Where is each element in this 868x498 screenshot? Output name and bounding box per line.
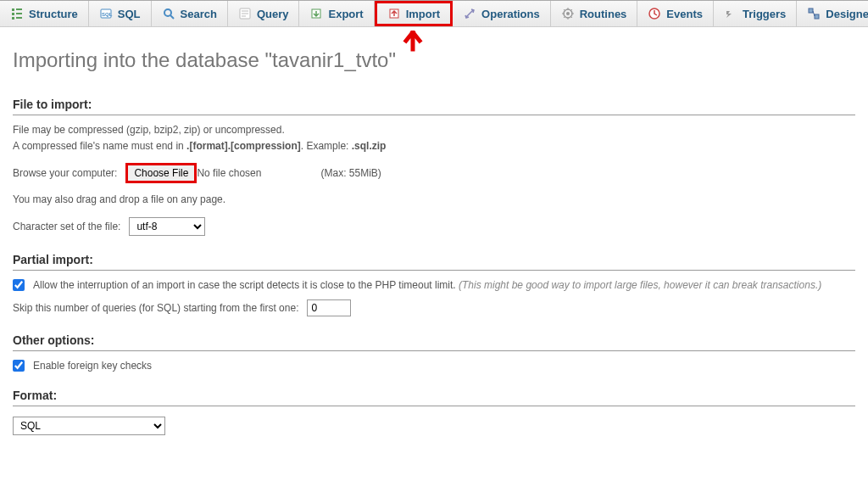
svg-line-15 — [813, 11, 815, 16]
fk-checkbox[interactable] — [13, 360, 25, 372]
section-file-title: File to import: — [13, 98, 855, 115]
svg-text:SQL: SQL — [102, 12, 113, 17]
tab-structure[interactable]: Structure — [0, 1, 89, 26]
page-title: Importing into the database "tavanir1_tv… — [13, 48, 855, 72]
allow-interrupt-row: Allow the interruption of an import in c… — [13, 279, 855, 291]
choose-file-button[interactable]: Choose File — [125, 163, 197, 183]
tab-export[interactable]: Export — [299, 1, 374, 26]
file-help-mid: . Example: — [301, 140, 352, 152]
events-icon — [648, 7, 661, 20]
tab-label: Routines — [580, 8, 627, 20]
tab-label: Triggers — [743, 8, 786, 20]
charset-label: Character set of the file: — [13, 221, 120, 232]
routines-icon — [561, 7, 575, 20]
tab-label: Query — [257, 8, 289, 20]
tab-label: Events — [666, 8, 703, 20]
tab-label: Export — [328, 8, 363, 20]
max-size: (Max: 55MiB) — [320, 167, 381, 179]
section-format-title: Format: — [13, 389, 855, 406]
tab-sql[interactable]: SQL SQL — [89, 1, 152, 26]
skip-input[interactable] — [307, 299, 351, 316]
tab-routines[interactable]: Routines — [551, 1, 638, 26]
allow-interrupt-note: (This might be good way to import large … — [459, 279, 821, 291]
svg-point-2 — [164, 9, 171, 16]
format-select[interactable]: SQL — [13, 417, 165, 435]
tab-search[interactable]: Search — [152, 1, 228, 26]
file-help-example: .sql.zip — [352, 140, 387, 152]
file-help-format: .[format].[compression] — [186, 140, 301, 152]
svg-rect-14 — [815, 14, 819, 19]
tab-designer[interactable]: Designer — [797, 1, 868, 26]
allow-interrupt-text: Allow the interruption of an import in c… — [33, 279, 459, 291]
tab-label: Search — [181, 8, 217, 20]
allow-interrupt-label: Allow the interruption of an import in c… — [33, 279, 821, 291]
file-help: File may be compressed (gzip, bzip2, zip… — [13, 122, 855, 154]
tab-operations[interactable]: Operations — [453, 1, 551, 26]
tab-triggers[interactable]: Triggers — [714, 1, 797, 26]
query-icon — [238, 7, 252, 20]
tab-bar: Structure SQL SQL Search Query Export Im… — [0, 0, 868, 27]
fk-label: Enable foreign key checks — [33, 360, 152, 372]
svg-rect-13 — [809, 8, 813, 13]
tab-label: SQL — [118, 8, 141, 20]
structure-icon — [10, 7, 24, 20]
annotation-arrow-icon — [400, 31, 426, 59]
fk-row: Enable foreign key checks — [13, 360, 855, 372]
allow-interrupt-checkbox[interactable] — [13, 279, 25, 291]
browse-label: Browse your computer: — [13, 167, 117, 179]
export-icon — [309, 7, 323, 20]
sql-icon: SQL — [99, 7, 113, 20]
import-icon — [387, 7, 401, 20]
svg-line-3 — [170, 15, 174, 19]
section-other-title: Other options: — [13, 333, 855, 351]
file-help-line2-prefix: A compressed file's name must end in — [13, 140, 186, 152]
tab-import[interactable]: Import — [375, 1, 453, 26]
tab-label: Import — [406, 8, 440, 20]
main-content: Importing into the database "tavanir1_tv… — [0, 27, 868, 448]
charset-row: Character set of the file: utf-8 — [13, 217, 855, 236]
file-help-line1: File may be compressed (gzip, bzip2, zip… — [13, 124, 285, 136]
operations-icon — [463, 7, 476, 20]
drag-drop-hint: You may also drag and drop a file on any… — [13, 192, 855, 208]
skip-label: Skip this number of queries (for SQL) st… — [13, 302, 298, 314]
designer-icon — [807, 7, 821, 20]
tab-label: Structure — [29, 8, 78, 20]
tab-query[interactable]: Query — [228, 1, 300, 26]
skip-row: Skip this number of queries (for SQL) st… — [13, 299, 855, 316]
tab-events[interactable]: Events — [637, 1, 714, 26]
triggers-icon — [724, 7, 737, 20]
no-file-chosen: No file chosen — [197, 167, 261, 179]
tab-label: Designer — [826, 8, 868, 20]
svg-point-11 — [566, 12, 570, 15]
tab-label: Operations — [481, 8, 540, 20]
charset-select[interactable]: utf-8 — [129, 217, 205, 236]
browse-row: Browse your computer: Choose FileNo file… — [13, 163, 855, 183]
section-partial-title: Partial import: — [13, 253, 855, 271]
search-icon — [162, 7, 175, 20]
